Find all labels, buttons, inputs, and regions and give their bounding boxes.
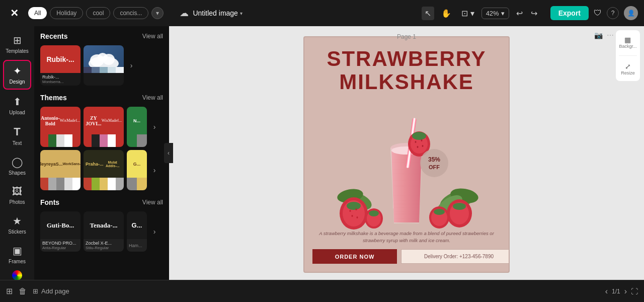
export-button[interactable]: Export [550, 6, 589, 20]
theme-card-5[interactable]: G... [127, 150, 147, 190]
svg-point-21 [369, 210, 379, 216]
fonts-section: Fonts View all Guti-Bo... BEYOND PRO... … [40, 198, 163, 252]
tag-holiday[interactable]: Holiday [50, 7, 83, 19]
font-card-1-sub: Stilu-Regular [86, 246, 122, 250]
svg-point-33 [417, 146, 419, 148]
tag-concise[interactable]: concis... [113, 7, 148, 19]
design-panel: Recents View all Rubik-... Rubik-... Mon… [34, 26, 169, 280]
fonts-header: Fonts View all [40, 198, 163, 206]
stickers-icon: ★ [13, 215, 22, 227]
sidebar-item-stickers[interactable]: ★ Stickers [3, 211, 31, 239]
page-prev-arrow[interactable]: ‹ [605, 287, 608, 296]
themes-row1-next-arrow[interactable]: › [150, 107, 159, 147]
panel-toggle-btn[interactable]: ‹ [164, 143, 173, 163]
zoom-chevron-icon: ▾ [501, 10, 505, 17]
sidebar-item-frames[interactable]: ▣ Frames [3, 241, 31, 268]
theme-card-3[interactable]: AleyreyaS...WorkSans-... [40, 150, 80, 190]
zoom-control[interactable]: 42% ▾ [481, 8, 509, 19]
tag-cool[interactable]: cool [86, 7, 110, 19]
sidebar-item-upload[interactable]: ⬆ Upload [3, 92, 31, 119]
color-picker-icon[interactable] [12, 270, 22, 280]
card-title1: STRAWBERRY [327, 47, 486, 70]
delivery-info-button[interactable]: Delivery Order: +123-456-7890 [401, 249, 510, 264]
topbar-center: ☁ Untitled image ▾ [180, 8, 416, 19]
svg-point-18 [453, 203, 466, 210]
zoom-value: 42% [486, 10, 499, 17]
themes-view-all[interactable]: View all [142, 94, 163, 101]
themes-title: Themes [40, 94, 67, 102]
theme-card-1[interactable]: ZY JOVI...WixMadef... [84, 107, 124, 147]
sidebar-item-photos[interactable]: 🖼 Photos [3, 182, 31, 209]
sidebar-item-templates[interactable]: ⊞ Templates [3, 30, 31, 58]
font-card-2[interactable]: G... Ham... [127, 211, 147, 252]
page-more-icon[interactable]: ⋯ [607, 31, 614, 39]
order-now-button[interactable]: ORDER NOW [312, 249, 397, 264]
fonts-next-arrow[interactable]: › [150, 211, 159, 252]
themes-row1: Antonio-BoldWixMadef... ZY JOVI...WixMad… [40, 107, 163, 147]
sidebar-text-label: Text [13, 140, 22, 146]
svg-point-32 [421, 139, 423, 141]
shapes-icon: ◯ [12, 156, 23, 168]
recents-view-all[interactable]: View all [142, 33, 163, 40]
font-card-0-name: BEYOND PRO... [42, 241, 78, 246]
frame-tool-btn[interactable]: ⊡ ▾ [458, 7, 477, 20]
recent-card-0-name: Rubik-... [42, 74, 78, 80]
fonts-view-all[interactable]: View all [142, 199, 163, 206]
font-card-0[interactable]: Guti-Bo... BEYOND PRO... Anta-Regular [40, 211, 80, 252]
font-card-0-sub: Anta-Regular [42, 246, 78, 250]
milkshake-svg: 35% OFF [316, 108, 497, 234]
theme-card-4[interactable]: Praha-...Mulat Addis-... [84, 150, 124, 190]
recents-header: Recents View all [40, 32, 163, 40]
recent-card-0[interactable]: Rubik-... Rubik-... Montserra... [40, 45, 80, 86]
redo-btn[interactable]: ↪ [528, 7, 540, 20]
document-title: Untitled image [193, 9, 238, 17]
sidebar-stickers-label: Stickers [8, 229, 26, 235]
document-title-area[interactable]: Untitled image ▾ [193, 9, 243, 17]
canvas-right-toolbar: ▦ Backgr... ⤢ Resize [616, 30, 640, 81]
pan-tool-btn[interactable]: ✋ [438, 7, 454, 20]
tag-more-dropdown[interactable]: ▾ [151, 7, 164, 19]
page-icons: 📷 ⋯ [594, 31, 614, 39]
design-card[interactable]: STRAWBERRY MILKSHAKE [303, 36, 510, 273]
tag-all[interactable]: All [28, 7, 47, 19]
select-tool-btn[interactable]: ↖ [422, 7, 434, 20]
user-avatar[interactable]: 👤 [624, 6, 638, 20]
themes-row2-next-arrow[interactable]: › [150, 150, 159, 190]
recent-card-1[interactable] [84, 45, 124, 86]
add-page-btn[interactable]: ⊞ Add page [33, 287, 69, 295]
photos-icon: 🖼 [12, 186, 22, 197]
font-card-1[interactable]: Tenada-... Zocbel X-E... Stilu-Regular [84, 211, 124, 252]
sidebar-photos-label: Photos [9, 199, 25, 205]
main-content: ⊞ Templates ✦ Design ⬆ Upload T Text ◯ S… [0, 26, 644, 280]
svg-point-31 [415, 141, 417, 143]
canvas-scroll-area[interactable]: STRAWBERRY MILKSHAKE [169, 26, 644, 280]
page-camera-icon[interactable]: 📷 [594, 31, 603, 39]
grid-view-icon[interactable]: ⊞ [6, 286, 13, 296]
font-card-1-name: Zocbel X-E... [86, 241, 122, 246]
shield-icon[interactable]: 🛡 [594, 9, 602, 18]
sidebar-item-shapes[interactable]: ◯ Shapes [3, 152, 31, 180]
svg-point-34 [422, 145, 424, 147]
sidebar-item-design[interactable]: ✦ Design [3, 60, 31, 90]
sidebar-templates-label: Templates [6, 48, 29, 54]
logo-icon[interactable]: ✕ [6, 5, 22, 21]
recents-next-arrow[interactable]: › [127, 45, 136, 86]
theme-card-0[interactable]: Antonio-BoldWixMadef... [40, 107, 80, 147]
svg-point-30 [412, 132, 426, 140]
theme-card-2[interactable]: N... [127, 107, 147, 147]
templates-icon: ⊞ [13, 34, 22, 46]
left-sidebar: ⊞ Templates ✦ Design ⬆ Upload T Text ◯ S… [0, 26, 34, 280]
fullscreen-icon[interactable]: ⛶ [631, 287, 638, 295]
fonts-title: Fonts [40, 198, 59, 206]
background-tool[interactable]: ▦ Backgr... [618, 32, 638, 52]
page-next-arrow[interactable]: › [624, 287, 627, 296]
svg-point-35 [420, 149, 448, 177]
delete-icon[interactable]: 🗑 [19, 287, 27, 296]
text-icon: T [14, 125, 20, 138]
themes-row2: AleyreyaS...WorkSans-... Praha-...Mulat … [40, 150, 163, 190]
resize-tool[interactable]: ⤢ Resize [618, 59, 638, 79]
sidebar-item-text[interactable]: T Text [3, 121, 31, 150]
help-icon[interactable]: ? [607, 7, 619, 19]
undo-btn[interactable]: ↩ [513, 7, 526, 20]
svg-point-24 [434, 209, 445, 215]
